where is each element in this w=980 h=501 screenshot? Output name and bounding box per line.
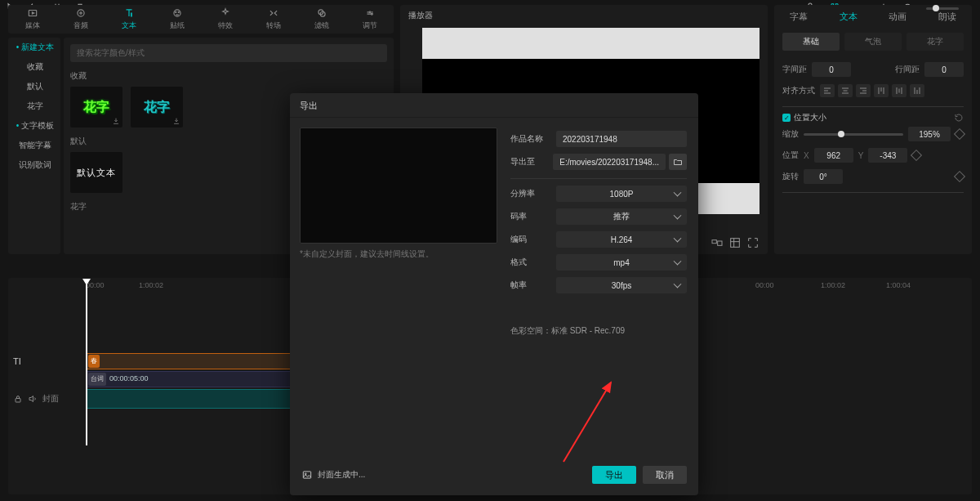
- tab-adjust[interactable]: 调节: [345, 5, 394, 34]
- download-icon: [112, 117, 120, 125]
- line-spacing-label: 行间距: [895, 64, 920, 75]
- tab-audio[interactable]: 音频: [56, 5, 105, 34]
- dest-input[interactable]: E:/movies/202203171948...: [553, 154, 666, 170]
- aspect-ratio-icon[interactable]: [710, 236, 724, 249]
- cover-generating: 封面生成中...: [301, 469, 365, 481]
- download-icon: [172, 117, 180, 125]
- nav-fav[interactable]: 收藏: [8, 57, 60, 77]
- tab-sticker[interactable]: 贴纸: [153, 5, 201, 34]
- dest-label: 导出至: [510, 156, 545, 168]
- align-v-top[interactable]: [874, 84, 889, 97]
- folder-icon: [673, 157, 683, 167]
- pos-label: 位置: [782, 150, 799, 161]
- cancel-button[interactable]: 取消: [643, 466, 687, 484]
- search-input[interactable]: 搜索花字颜色/样式: [70, 44, 387, 62]
- tab-media[interactable]: 媒体: [8, 5, 56, 34]
- export-preview: [300, 127, 497, 244]
- properties-panel: 字幕 文本 动画 朗读 基础 气泡 花字 字间距 0 行间距 0 对齐方式: [774, 5, 972, 254]
- prop-tab-anim[interactable]: 动画: [873, 5, 923, 28]
- letter-spacing-field[interactable]: 0: [812, 62, 851, 77]
- nav-auto-caption[interactable]: 智能字幕: [8, 136, 60, 155]
- svg-rect-20: [303, 472, 310, 478]
- format-select[interactable]: mp4: [556, 254, 687, 271]
- ruler-mark: 1:00:02: [139, 281, 163, 289]
- prop-tab-text[interactable]: 文本: [824, 5, 874, 28]
- pos-y-field[interactable]: -343: [868, 148, 907, 163]
- bitrate-label: 码率: [510, 211, 548, 222]
- speaker-icon[interactable]: [28, 394, 38, 404]
- ruler-mark: 00:00: [755, 281, 774, 289]
- nav-lyrics[interactable]: 识别歌词: [8, 155, 60, 175]
- rotate-field[interactable]: 0°: [804, 169, 843, 184]
- group-fav: 收藏: [70, 70, 387, 82]
- svg-point-10: [369, 11, 371, 13]
- reset-icon[interactable]: [954, 113, 964, 123]
- pos-size-checkbox[interactable]: ✓: [782, 114, 791, 122]
- scale-label: 缩放: [782, 128, 799, 140]
- format-label: 格式: [510, 257, 548, 268]
- nav-default[interactable]: 默认: [8, 77, 60, 96]
- sub-tab-bubble[interactable]: 气泡: [844, 33, 902, 51]
- tab-effect[interactable]: 特效: [201, 5, 249, 34]
- nav-templates[interactable]: 文字模板: [8, 116, 60, 136]
- svg-point-2: [77, 10, 83, 16]
- ruler-mark: 00:00: [86, 281, 105, 289]
- align-v-bot[interactable]: [910, 84, 924, 97]
- zoom-slider[interactable]: [926, 7, 959, 10]
- scale-slider[interactable]: [804, 133, 903, 136]
- keyframe-icon[interactable]: [954, 171, 965, 182]
- align-label: 对齐方式: [782, 85, 815, 96]
- preset-thumb-2[interactable]: 花字: [131, 87, 183, 127]
- svg-marker-1: [32, 12, 33, 14]
- colorspace-text: 色彩空间：标准 SDR - Rec.709: [510, 325, 625, 337]
- lock-icon[interactable]: [13, 394, 23, 404]
- bitrate-select[interactable]: 推荐: [556, 208, 687, 225]
- prop-tab-caption[interactable]: 字幕: [774, 5, 824, 28]
- tab-text[interactable]: I文本: [105, 5, 153, 34]
- codec-select[interactable]: H.264: [556, 231, 687, 248]
- sub-tab-huazi[interactable]: 花字: [906, 33, 964, 51]
- line-spacing-field[interactable]: 0: [924, 62, 964, 77]
- scale-field[interactable]: 195%: [908, 127, 951, 141]
- player-title: 播放器: [400, 5, 768, 26]
- cover-label: 封面: [42, 393, 59, 405]
- fullscreen-icon[interactable]: [746, 236, 760, 249]
- res-select[interactable]: 1080P: [556, 186, 687, 202]
- image-icon: [301, 469, 313, 481]
- align-right[interactable]: [856, 84, 871, 97]
- export-dialog-title: 导出: [290, 93, 698, 118]
- svg-point-5: [173, 10, 180, 16]
- scale-icon[interactable]: [728, 236, 742, 249]
- preset-thumb-1[interactable]: 花字: [70, 87, 122, 127]
- pos-y-label: Y: [858, 151, 864, 160]
- browse-folder-button[interactable]: [669, 154, 687, 170]
- pos-size-label: 位置大小: [794, 112, 826, 123]
- pos-x-label: X: [804, 151, 809, 160]
- export-button[interactable]: 导出: [592, 466, 636, 484]
- keyframe-icon[interactable]: [911, 150, 922, 161]
- ruler-mark: 1:00:02: [821, 281, 845, 289]
- nav-huazi[interactable]: 花字: [8, 96, 60, 116]
- align-v-mid[interactable]: [892, 84, 906, 97]
- align-center[interactable]: [838, 84, 853, 97]
- preset-default-text[interactable]: 默认文本: [70, 152, 122, 193]
- svg-rect-14: [731, 239, 740, 248]
- nav-new-text[interactable]: 新建文本: [8, 38, 60, 57]
- letter-spacing-label: 字间距: [782, 64, 807, 75]
- pos-x-field[interactable]: 962: [814, 148, 853, 163]
- res-label: 分辨率: [510, 188, 548, 199]
- keyframe-icon[interactable]: [954, 128, 965, 140]
- playhead[interactable]: [86, 283, 87, 445]
- svg-point-3: [79, 12, 81, 14]
- name-input[interactable]: 202203171948: [556, 131, 687, 147]
- svg-rect-12: [712, 240, 716, 244]
- align-left[interactable]: [820, 84, 835, 97]
- svg-rect-13: [718, 241, 722, 245]
- fps-label: 帧率: [510, 280, 548, 291]
- sub-tab-basic[interactable]: 基础: [782, 33, 840, 51]
- ruler-mark: 1:00:04: [886, 281, 911, 289]
- tab-filter[interactable]: 滤镜: [297, 5, 345, 34]
- name-label: 作品名称: [510, 133, 548, 145]
- fps-select[interactable]: 30fps: [556, 277, 687, 293]
- tab-transition[interactable]: 转场: [249, 5, 297, 34]
